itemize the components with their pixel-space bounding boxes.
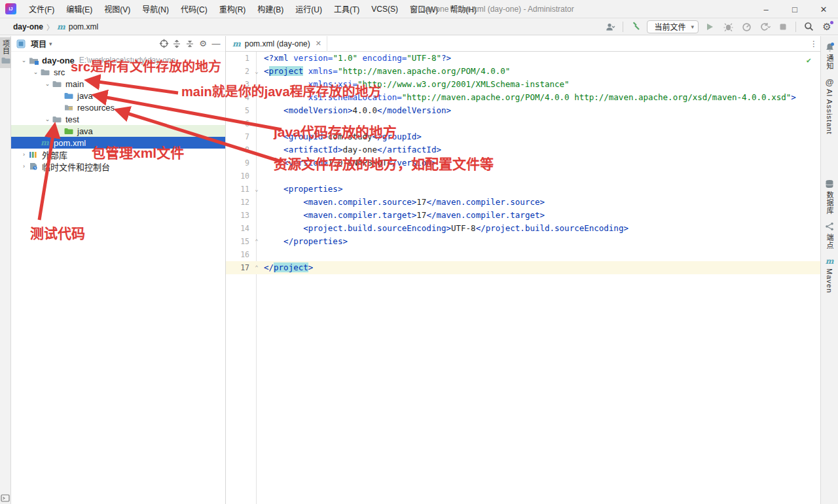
project-stripe-tab[interactable]: 项目 bbox=[0, 37, 11, 68]
at-icon: @ bbox=[824, 77, 835, 87]
tree-item-src[interactable]: ⌄src bbox=[11, 66, 225, 78]
tree-item-resources[interactable]: resources bbox=[11, 101, 225, 113]
code-line-6[interactable]: 6 bbox=[226, 117, 820, 130]
stop-icon[interactable] bbox=[776, 20, 790, 33]
breadcrumb-project[interactable]: day-one bbox=[13, 22, 43, 31]
menu-vcs[interactable]: VCS(S) bbox=[365, 0, 404, 18]
inspections-ok-icon[interactable]: ✔ bbox=[807, 56, 811, 65]
maximize-button[interactable]: □ bbox=[780, 0, 809, 18]
tree-item-day-one[interactable]: ⌄day-oneE:\workplace\study\day-one bbox=[11, 54, 225, 66]
stripe-item-label: 通知 bbox=[824, 54, 835, 70]
chevron-collapsed-icon[interactable]: › bbox=[20, 163, 27, 170]
code-line-15[interactable]: 15⌃ </properties> bbox=[226, 235, 820, 248]
project-stripe-folder-icon bbox=[1, 56, 10, 64]
settings-icon[interactable]: ⚙ bbox=[820, 20, 834, 33]
code-editor[interactable]: 1<?xml version="1.0" encoding="UTF-8"?>2… bbox=[226, 52, 820, 504]
tree-item-path: E:\workplace\study\day-one bbox=[79, 56, 175, 65]
bottom-stripe-icon[interactable] bbox=[1, 494, 10, 502]
code-line-14[interactable]: 14 <project.build.sourceEncoding>UTF-8</… bbox=[226, 222, 820, 235]
chevron-collapsed-icon[interactable]: › bbox=[20, 151, 27, 158]
gear-icon[interactable]: ⚙ bbox=[196, 37, 210, 50]
tree-item-pom-xml[interactable]: mpom.xml bbox=[11, 137, 225, 149]
menu-build[interactable]: 构建(B) bbox=[251, 0, 289, 18]
breadcrumb-file[interactable]: pom.xml bbox=[69, 22, 98, 31]
rerun-icon[interactable] bbox=[757, 20, 772, 33]
tree-item--[interactable]: ›临时文件和控制台 bbox=[11, 160, 225, 172]
code-line-16[interactable]: 16 bbox=[226, 248, 820, 261]
chevron-expanded-icon[interactable]: ⌄ bbox=[44, 116, 51, 122]
code-line-9[interactable]: 9 <version>1.0-SNAPSHOT</version> bbox=[226, 156, 820, 170]
intellij-logo-icon: IJ bbox=[5, 3, 16, 14]
tree-item-java[interactable]: java bbox=[11, 90, 225, 101]
maven-icon: m bbox=[824, 256, 835, 266]
profiler-icon[interactable] bbox=[739, 20, 754, 33]
line-number: 2 bbox=[226, 65, 252, 78]
folder-icon bbox=[41, 67, 51, 77]
tree-item-java[interactable]: java bbox=[11, 125, 225, 137]
main-toolbar: day-one 〉 m pom.xml 当前文件▾⚙ bbox=[0, 18, 838, 35]
project-header: 项目 ▾ ⚙— bbox=[11, 36, 225, 52]
user-icon[interactable] bbox=[603, 20, 617, 33]
code-line-11[interactable]: 11⌄ <properties> bbox=[226, 183, 820, 196]
menu-file[interactable]: 文件(F) bbox=[23, 0, 60, 18]
chevron-expanded-icon[interactable]: ⌄ bbox=[32, 69, 39, 75]
fold-marker-icon[interactable]: ⌄ bbox=[252, 183, 261, 196]
close-button[interactable]: ✕ bbox=[809, 0, 838, 18]
code-line-10[interactable]: 10 bbox=[226, 170, 820, 183]
expand-all-icon[interactable] bbox=[170, 37, 183, 50]
code-line-3[interactable]: 3 xmlns:xsi="http://www.w3.org/2001/XMLS… bbox=[226, 78, 820, 91]
menu-refactor[interactable]: 重构(R) bbox=[213, 0, 252, 18]
fold-marker-icon[interactable]: ⌄ bbox=[252, 65, 261, 78]
code-line-2[interactable]: 2⌄<project xmlns="http://maven.apache.or… bbox=[226, 65, 820, 78]
stripe-item-maven[interactable]: mMaven bbox=[824, 253, 835, 297]
chevron-down-icon[interactable]: ▾ bbox=[49, 41, 52, 47]
search-icon[interactable] bbox=[801, 20, 816, 33]
maven-icon: m bbox=[41, 138, 51, 147]
chevron-expanded-icon[interactable]: ⌄ bbox=[44, 81, 51, 87]
collapse-all-icon[interactable] bbox=[183, 37, 196, 50]
fold-column bbox=[252, 78, 261, 91]
code-line-1[interactable]: 1<?xml version="1.0" encoding="UTF-8"?> bbox=[226, 52, 820, 65]
chevron-expanded-icon[interactable]: ⌄ bbox=[20, 57, 27, 63]
line-number: 13 bbox=[226, 209, 252, 222]
code-line-17[interactable]: 17⌃</project> bbox=[226, 261, 820, 274]
breadcrumb: day-one 〉 m pom.xml bbox=[0, 22, 98, 32]
code-line-8[interactable]: 8 <artifactId>day-one</artifactId> bbox=[226, 143, 820, 156]
stripe-item-数据库[interactable]: 数据库 bbox=[824, 175, 835, 218]
code-line-7[interactable]: 7 <groupId>com.study</groupId> bbox=[226, 130, 820, 143]
tree-item--[interactable]: ›外部库 bbox=[11, 149, 225, 160]
run-config-select[interactable]: 当前文件▾ bbox=[647, 20, 699, 33]
run-config-value: 当前文件 bbox=[654, 21, 685, 32]
stripe-item-通知[interactable]: 通知 bbox=[824, 39, 835, 73]
code-line-12[interactable]: 12 <maven.compiler.source>17</maven.comp… bbox=[226, 196, 820, 209]
stripe-item-ai-assistant[interactable]: @AI Assistant bbox=[824, 73, 835, 137]
code-line-4[interactable]: 4 xsi:schemaLocation="http://maven.apach… bbox=[226, 91, 820, 104]
project-header-title[interactable]: 项目 bbox=[31, 38, 46, 49]
menu-edit[interactable]: 编辑(E) bbox=[60, 0, 98, 18]
menu-code[interactable]: 代码(C) bbox=[175, 0, 213, 18]
tree-item-test[interactable]: ⌄test bbox=[11, 113, 225, 125]
run-icon[interactable] bbox=[702, 20, 717, 33]
code-line-13[interactable]: 13 <maven.compiler.target>17</maven.comp… bbox=[226, 209, 820, 222]
locate-icon[interactable] bbox=[157, 37, 170, 50]
menu-tools[interactable]: 工具(T) bbox=[328, 0, 365, 18]
code-text: </properties> bbox=[261, 235, 348, 248]
tree-item-label: java bbox=[77, 91, 93, 101]
hide-icon[interactable]: — bbox=[210, 37, 223, 50]
minimize-button[interactable]: – bbox=[752, 0, 780, 18]
fold-marker-icon[interactable]: ⌃ bbox=[252, 235, 261, 248]
project-stripe-label: 项目 bbox=[1, 40, 11, 54]
menu-navigate[interactable]: 导航(N) bbox=[136, 0, 175, 18]
editor-options-icon[interactable]: ⋮ bbox=[810, 39, 818, 48]
menu-view[interactable]: 视图(V) bbox=[98, 0, 136, 18]
stripe-item-端点[interactable]: 端点 bbox=[824, 218, 835, 253]
fold-marker-icon[interactable]: ⌃ bbox=[252, 261, 261, 274]
tab-close-icon[interactable]: ✕ bbox=[316, 39, 321, 48]
code-line-5[interactable]: 5 <modelVersion>4.0.0</modelVersion> bbox=[226, 104, 820, 117]
tab-pom-xml[interactable]: m pom.xml (day-one) ✕ bbox=[226, 36, 327, 52]
debug-icon[interactable] bbox=[721, 20, 735, 33]
tree-item-main[interactable]: ⌄main bbox=[11, 78, 225, 90]
database-icon bbox=[824, 179, 835, 189]
menu-run[interactable]: 运行(U) bbox=[289, 0, 328, 18]
hammer-icon[interactable] bbox=[628, 20, 643, 33]
